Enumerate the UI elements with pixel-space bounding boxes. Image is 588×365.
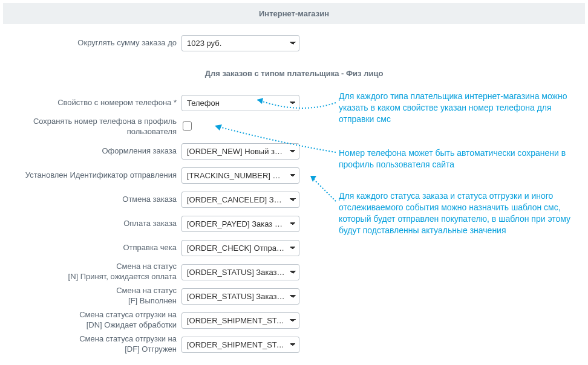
- label-order-new: Оформления заказа: [0, 146, 181, 157]
- select-phone-prop[interactable]: Телефон: [181, 95, 299, 111]
- select-tracking[interactable]: [TRACKING_NUMBER] Доба: [181, 167, 299, 184]
- label-cancel: Отмена заказа: [0, 195, 181, 205]
- select-ship-dn[interactable]: [ORDER_SHIPMENT_STATU: [181, 312, 299, 329]
- annotation-phone-property: Для каждого типа плательщика интернет-ма…: [339, 91, 581, 125]
- select-check[interactable]: [ORDER_CHECK] Отправка: [181, 240, 299, 256]
- annotation-status-templates: Для каждого статуса заказа и статуса отг…: [339, 190, 581, 236]
- select-order-new[interactable]: [ORDER_NEW] Новый зака: [181, 143, 299, 160]
- select-status-f[interactable]: [ORDER_STATUS] Заказ - с: [181, 288, 299, 305]
- select-status-n[interactable]: [ORDER_STATUS] Заказ - с: [181, 264, 299, 280]
- label-status-f: Смена на статус [F] Выполнен: [0, 286, 181, 306]
- select-cancel[interactable]: [ORDER_CANCELED] Зака: [181, 192, 299, 208]
- section-header-shop: Интернет-магазин: [3, 3, 585, 24]
- label-phone-prop: Свойство с номером телефона *: [0, 98, 181, 108]
- label-rounding: Округлять сумму заказа до: [0, 38, 181, 48]
- label-pay: Оплата заказа: [0, 219, 181, 229]
- select-rounding[interactable]: 1023 руб.: [181, 35, 299, 51]
- label-ship-df: Смена статуса отгрузки на [DF] Отгружен: [0, 334, 181, 355]
- label-check: Отправка чека: [0, 243, 181, 253]
- label-save-phone: Сохранять номер телефона в профиль польз…: [0, 117, 181, 137]
- checkbox-save-phone[interactable]: [183, 121, 192, 131]
- sub-header-payer-type: Для заказов с типом плательщика - Физ ли…: [3, 62, 585, 84]
- label-ship-dn: Смена статуса отгрузки на [DN] Ожидает о…: [0, 310, 181, 331]
- label-tracking: Установлен Идентификатор отправления: [0, 170, 181, 181]
- select-ship-df[interactable]: [ORDER_SHIPMENT_STATU: [181, 337, 299, 353]
- select-pay[interactable]: [ORDER_PAYED] Заказ опл: [181, 216, 299, 232]
- label-status-n: Смена на статус [N] Принят, ожидается оп…: [0, 262, 181, 282]
- annotation-save-phone: Номер телефона может быть автоматически …: [339, 147, 581, 170]
